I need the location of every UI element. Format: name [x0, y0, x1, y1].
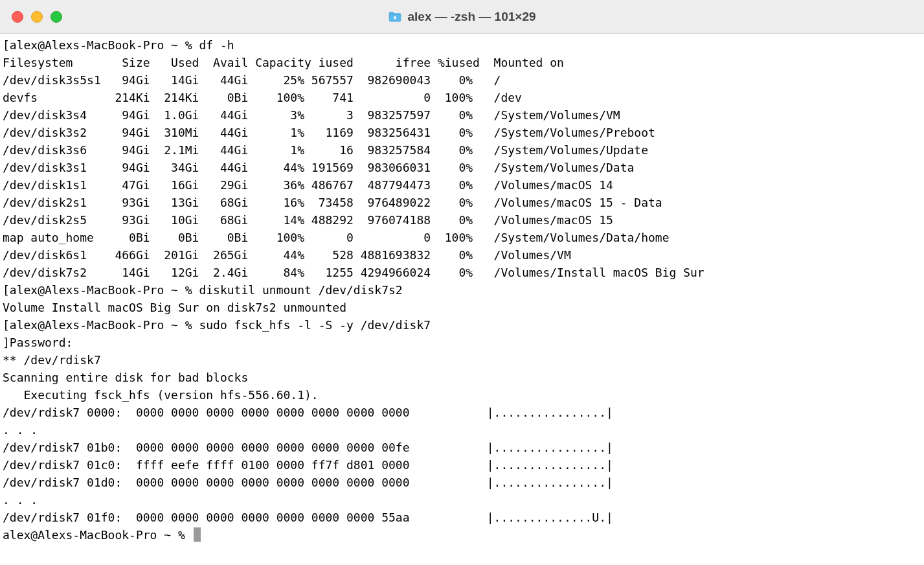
hex-dump-line: . . .: [3, 421, 921, 439]
prompt-line: [alex@Alexs-MacBook-Pro ~ % df -h: [3, 36, 921, 54]
df-row: /dev/disk3s2 94Gi 310Mi 44Gi 1% 1169 983…: [3, 124, 921, 141]
df-row: map auto_home 0Bi 0Bi 0Bi 100% 0 0 100% …: [3, 229, 921, 246]
hex-dump-line: /dev/rdisk7 01c0: ffff eefe ffff 0100 00…: [3, 456, 921, 474]
terminal-body[interactable]: [alex@Alexs-MacBook-Pro ~ % df -hFilesys…: [0, 34, 924, 546]
df-row: devfs 214Ki 214Ki 0Bi 100% 741 0 100% /d…: [3, 89, 921, 106]
prompt-line: [alex@Alexs-MacBook-Pro ~ % diskutil unm…: [3, 281, 921, 299]
prompt-line[interactable]: alex@Alexs-MacBook-Pro ~ %: [3, 526, 921, 544]
hex-dump-line: /dev/rdisk7 01d0: 0000 0000 0000 0000 00…: [3, 474, 921, 491]
df-row: /dev/disk3s4 94Gi 1.0Gi 44Gi 3% 3 983257…: [3, 106, 921, 124]
cursor: [194, 527, 201, 542]
df-row: /dev/disk3s5s1 94Gi 14Gi 44Gi 25% 567557…: [3, 71, 921, 89]
df-row: /dev/disk7s2 14Gi 12Gi 2.4Gi 84% 1255 42…: [3, 264, 921, 281]
prompt-line: [alex@Alexs-MacBook-Pro ~ % sudo fsck_hf…: [3, 316, 921, 334]
home-folder-icon: [388, 11, 402, 23]
traffic-lights: [12, 11, 62, 23]
hex-dump-line: /dev/rdisk7 01f0: 0000 0000 0000 0000 00…: [3, 509, 921, 526]
close-button[interactable]: [12, 11, 23, 23]
zoom-button[interactable]: [51, 11, 62, 23]
df-row: /dev/disk2s5 93Gi 10Gi 68Gi 14% 488292 9…: [3, 211, 921, 229]
hex-dump-line: /dev/rdisk7 0000: 0000 0000 0000 0000 00…: [3, 404, 921, 421]
fsck-banner: ** /dev/rdisk7: [3, 351, 921, 369]
df-row: /dev/disk1s1 47Gi 16Gi 29Gi 36% 486767 4…: [3, 176, 921, 194]
unmount-output: Volume Install macOS Big Sur on disk7s2 …: [3, 299, 921, 316]
minimize-button[interactable]: [31, 11, 43, 23]
fsck-scan: Scanning entire disk for bad blocks: [3, 369, 921, 386]
df-header: Filesystem Size Used Avail Capacity iuse…: [3, 54, 921, 71]
hex-dump-line: /dev/rdisk7 01b0: 0000 0000 0000 0000 00…: [3, 439, 921, 456]
df-row: /dev/disk6s1 466Gi 201Gi 265Gi 44% 528 4…: [3, 246, 921, 264]
df-row: /dev/disk3s1 94Gi 34Gi 44Gi 44% 191569 9…: [3, 159, 921, 176]
window-titlebar: alex — -zsh — 101×29: [0, 0, 924, 34]
hex-dump-line: . . .: [3, 491, 921, 509]
password-prompt: ]Password:: [3, 334, 921, 351]
fsck-exec: Executing fsck_hfs (version hfs-556.60.1…: [3, 386, 921, 404]
df-row: /dev/disk2s1 93Gi 13Gi 68Gi 16% 73458 97…: [3, 194, 921, 211]
window-title: alex — -zsh — 101×29: [407, 8, 535, 25]
df-row: /dev/disk3s6 94Gi 2.1Mi 44Gi 1% 16 98325…: [3, 141, 921, 159]
